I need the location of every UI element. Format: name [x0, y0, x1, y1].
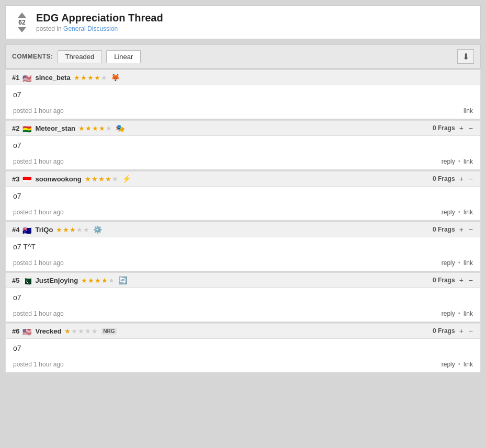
comment-header-left: #6 🇺🇸 Vrecked ★★★★★ NRG: [12, 327, 117, 335]
star-filled: ★: [64, 327, 71, 335]
team-icon: 🔄: [118, 276, 127, 284]
star-filled: ★: [63, 226, 70, 234]
comment-footer: posted 1 hour ago reply • link: [6, 308, 480, 321]
comment-actions: reply • link: [442, 310, 473, 317]
team-icon: ⚡: [122, 175, 131, 183]
subtitle-text: posted in: [36, 25, 62, 32]
comment-time: posted 1 hour ago: [13, 259, 64, 267]
frags-label: 0 Frags: [433, 226, 455, 233]
reply-link[interactable]: reply: [442, 361, 455, 368]
comment-actions: reply • link: [442, 209, 473, 216]
star-filled: ★: [70, 226, 76, 234]
vote-section: 62: [14, 13, 30, 32]
comment-header-right: 0 Frags + −: [433, 175, 474, 183]
star-empty: ★: [101, 74, 108, 82]
frag-minus-button[interactable]: −: [468, 124, 474, 132]
flag-icon: 🇧🇴: [22, 125, 32, 131]
comment-actions: reply • link: [442, 158, 473, 165]
post-subtitle: posted in General Discussion: [36, 25, 163, 32]
team-badge: NRG: [101, 328, 116, 335]
comment-header-left: #3 🇮🇩 soonwookong ★★★★★ ⚡: [12, 175, 131, 183]
frag-minus-button[interactable]: −: [468, 327, 474, 335]
comment-number: #6: [12, 327, 19, 335]
link-link[interactable]: link: [464, 107, 473, 114]
star-filled: ★: [92, 124, 99, 132]
tab-linear[interactable]: Linear: [106, 50, 141, 63]
comments-label: COMMENTS:: [12, 53, 53, 60]
reply-link[interactable]: reply: [442, 259, 455, 267]
comment-actions: link: [464, 107, 473, 114]
link-link[interactable]: link: [464, 361, 473, 368]
team-icon: 🎭: [116, 124, 125, 132]
comment-time: posted 1 hour ago: [13, 107, 64, 114]
vote-count: 62: [18, 19, 25, 26]
star-empty: ★: [92, 327, 98, 335]
comment-footer: posted 1 hour ago link: [6, 105, 480, 119]
flag-icon: 🇺🇸: [22, 328, 32, 334]
reply-link[interactable]: reply: [442, 158, 455, 165]
comment-entry: #4 🇦🇺 TriQo ★★★★★ ⚙️ 0 Frags + − o7 T^T …: [5, 222, 481, 271]
sort-icon-button[interactable]: ⬇: [457, 49, 474, 64]
comment-number: #3: [12, 175, 19, 183]
star-filled: ★: [81, 74, 87, 82]
reply-link[interactable]: reply: [442, 310, 455, 317]
comment-footer: posted 1 hour ago reply • link: [6, 359, 480, 372]
frag-minus-button[interactable]: −: [468, 225, 474, 234]
comment-header-left: #4 🇦🇺 TriQo ★★★★★ ⚙️: [12, 225, 102, 234]
link-link[interactable]: link: [464, 209, 473, 216]
link-link[interactable]: link: [464, 158, 473, 165]
frag-minus-button[interactable]: −: [468, 276, 474, 284]
comment-header: #5 🇵🇰 JustEnjoying ★★★★★ 🔄 0 Frags + −: [6, 273, 480, 288]
comment-number: #5: [12, 277, 19, 284]
comment-actions: reply • link: [442, 361, 473, 368]
comment-body: o7: [6, 136, 480, 156]
frag-minus-button[interactable]: −: [468, 175, 474, 183]
link-link[interactable]: link: [464, 310, 473, 317]
star-empty: ★: [106, 124, 112, 132]
stars-rating: ★★★★★: [64, 327, 98, 335]
comment-text: o7: [13, 90, 473, 99]
star-filled: ★: [87, 74, 94, 82]
frags-label: 0 Frags: [433, 277, 455, 284]
comment-entry: #1 🇺🇸 since_beta ★★★★★ 🦊 o7 posted 1 hou…: [5, 70, 481, 119]
comment-header-right: 0 Frags + −: [433, 276, 474, 284]
tab-threaded[interactable]: Threaded: [58, 50, 103, 63]
category-link[interactable]: General Discussion: [63, 25, 118, 32]
star-empty: ★: [78, 327, 85, 335]
upvote-arrow[interactable]: [18, 13, 26, 18]
star-filled: ★: [85, 124, 92, 132]
stars-rating: ★★★★★: [85, 175, 119, 183]
comment-time: posted 1 hour ago: [13, 158, 64, 165]
comment-header-left: #2 🇧🇴 Meteor_stan ★★★★★ 🎭: [12, 124, 125, 132]
post-header: 62 EDG Appreciation Thread posted in Gen…: [5, 5, 481, 39]
comment-entry: #3 🇮🇩 soonwookong ★★★★★ ⚡ 0 Frags + − o7…: [5, 171, 481, 221]
star-filled: ★: [105, 175, 112, 183]
reply-link[interactable]: reply: [442, 209, 455, 216]
flag-icon: 🇺🇸: [22, 74, 32, 81]
comment-number: #2: [12, 124, 19, 132]
comment-text: o7 T^T: [13, 243, 473, 251]
comment-header: #6 🇺🇸 Vrecked ★★★★★ NRG 0 Frags + −: [6, 324, 480, 339]
username: Vrecked: [35, 327, 61, 335]
frag-plus-button[interactable]: +: [458, 175, 465, 183]
downvote-arrow[interactable]: [18, 27, 26, 32]
frag-plus-button[interactable]: +: [458, 124, 465, 132]
username: soonwookong: [35, 175, 81, 183]
comment-body: o7: [6, 288, 480, 308]
frag-plus-button[interactable]: +: [458, 327, 465, 335]
stars-rating: ★★★★★: [78, 124, 112, 132]
comment-body: o7: [6, 85, 480, 105]
comment-header: #4 🇦🇺 TriQo ★★★★★ ⚙️ 0 Frags + −: [6, 222, 480, 237]
link-link[interactable]: link: [464, 259, 473, 267]
post-title-section: EDG Appreciation Thread posted in Genera…: [36, 12, 163, 32]
post-title: EDG Appreciation Thread: [36, 12, 163, 24]
username: JustEnjoying: [35, 277, 78, 284]
frag-plus-button[interactable]: +: [458, 276, 465, 284]
stars-rating: ★★★★★: [81, 277, 115, 284]
comment-number: #1: [12, 74, 19, 82]
comment-header: #3 🇮🇩 soonwookong ★★★★★ ⚡ 0 Frags + −: [6, 171, 480, 187]
comment-text: o7: [13, 293, 473, 302]
star-filled: ★: [74, 74, 81, 82]
star-filled: ★: [101, 277, 108, 284]
frag-plus-button[interactable]: +: [458, 225, 465, 234]
